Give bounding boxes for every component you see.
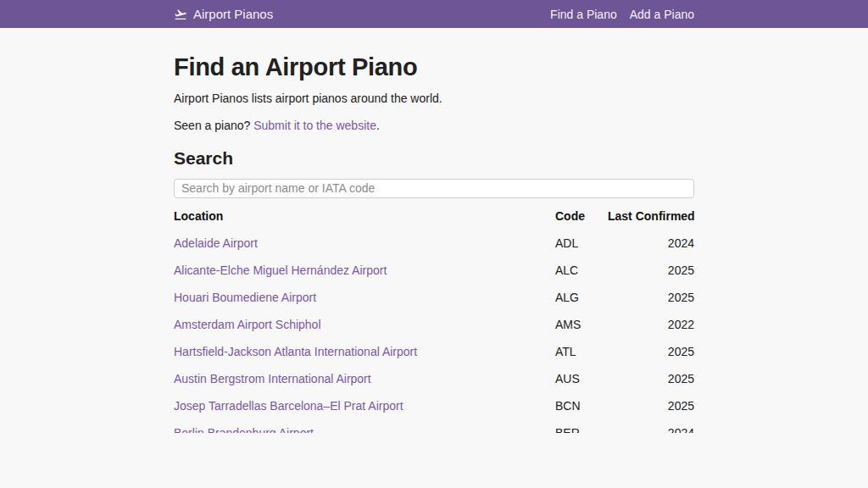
last-confirmed-year: 2025: [608, 392, 694, 419]
column-header-last-confirmed: Last Confirmed: [608, 202, 694, 230]
table-row: Austin Bergstrom International Airport A…: [174, 365, 694, 392]
last-confirmed-year: 2025: [608, 365, 694, 392]
airport-link[interactable]: Josep Tarradellas Barcelona–El Prat Airp…: [174, 399, 403, 413]
airport-link[interactable]: Houari Boumediene Airport: [174, 291, 316, 304]
header-nav: Find a Piano Add a Piano: [550, 8, 694, 21]
table-row: Amsterdam Airport Schiphol AMS 2022: [174, 311, 694, 338]
submit-prompt-prefix: Seen a piano?: [174, 119, 253, 132]
nav-add-a-piano[interactable]: Add a Piano: [630, 8, 694, 21]
airport-link[interactable]: Amsterdam Airport Schiphol: [174, 318, 321, 331]
table-row: Berlin Brandenburg Airport BER 2024: [174, 419, 694, 433]
airport-code: AUS: [555, 365, 608, 392]
main-content: Find an Airport Piano Airport Pianos lis…: [174, 53, 694, 433]
last-confirmed-year: 2024: [608, 230, 694, 257]
last-confirmed-year: 2025: [608, 338, 694, 365]
airport-code: BCN: [555, 392, 608, 419]
table-row: Josep Tarradellas Barcelona–El Prat Airp…: [174, 392, 694, 419]
page-title: Find an Airport Piano: [174, 53, 694, 81]
submit-prompt-suffix: .: [376, 119, 380, 132]
search-input[interactable]: [174, 179, 694, 198]
search-heading: Search: [174, 147, 694, 169]
airport-link[interactable]: Adelaide Airport: [174, 236, 258, 250]
airport-link[interactable]: Austin Bergstrom International Airport: [174, 372, 371, 385]
piano-table-body: Adelaide Airport ADL 2024 Alicante-Elche…: [174, 230, 694, 433]
table-row: Houari Boumediene Airport ALG 2025: [174, 284, 694, 311]
airport-code: BER: [555, 419, 608, 433]
last-confirmed-year: 2022: [608, 311, 694, 338]
airport-code: ATL: [555, 338, 608, 365]
page-viewport: Find an Airport Piano Airport Pianos lis…: [0, 28, 868, 433]
column-header-location: Location: [174, 202, 555, 230]
table-row: Adelaide Airport ADL 2024: [174, 230, 694, 257]
last-confirmed-year: 2025: [608, 284, 694, 311]
table-row: Alicante-Elche Miguel Hernández Airport …: [174, 257, 694, 284]
last-confirmed-year: 2025: [608, 257, 694, 284]
submit-prompt: Seen a piano? Submit it to the website.: [174, 119, 694, 132]
airport-link[interactable]: Berlin Brandenburg Airport: [174, 426, 314, 433]
piano-table: Location Code Last Confirmed Adelaide Ai…: [174, 202, 694, 433]
nav-find-a-piano[interactable]: Find a Piano: [550, 8, 617, 21]
airport-link[interactable]: Hartsfield-Jackson Atlanta International…: [174, 345, 417, 358]
airport-code: ADL: [555, 230, 608, 257]
brand-link[interactable]: Airport Pianos: [174, 7, 273, 21]
airport-code: ALC: [555, 257, 608, 284]
airport-code: ALG: [555, 284, 608, 311]
table-row: Hartsfield-Jackson Atlanta International…: [174, 338, 694, 365]
airport-link[interactable]: Alicante-Elche Miguel Hernández Airport: [174, 263, 387, 277]
airport-code: AMS: [555, 311, 608, 338]
brand-label: Airport Pianos: [193, 7, 273, 21]
table-header-row: Location Code Last Confirmed: [174, 202, 694, 230]
plane-takeoff-icon: [174, 8, 187, 21]
intro-text: Airport Pianos lists airport pianos arou…: [174, 92, 694, 105]
last-confirmed-year: 2024: [608, 419, 694, 433]
column-header-code: Code: [555, 202, 608, 230]
submit-link[interactable]: Submit it to the website: [253, 119, 376, 132]
top-navbar: Airport Pianos Find a Piano Add a Piano: [0, 0, 868, 28]
